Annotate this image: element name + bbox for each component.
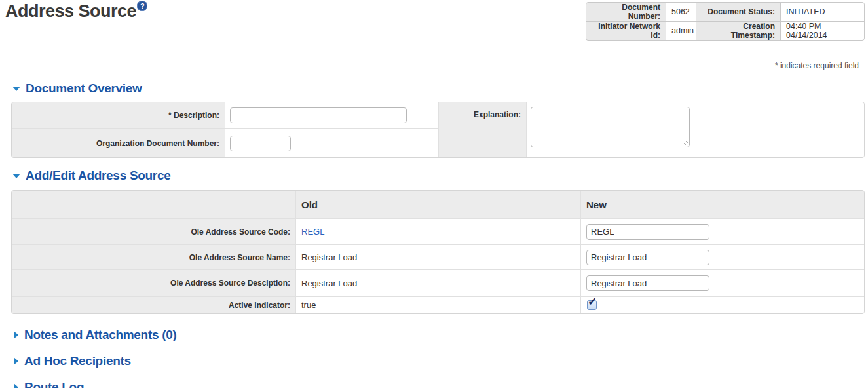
help-icon[interactable]: ? [137,1,147,11]
collapse-arrow-icon [12,87,20,91]
initiator-network-id-label: Initiator Network Id: [586,22,666,40]
explanation-textarea[interactable] [531,107,690,147]
active-indicator-label: Active Indicator: [12,297,295,313]
document-status-value: INITIATED [781,3,864,21]
ole-address-source-name-label: Ole Address Source Name: [12,245,295,269]
expand-arrow-icon [14,331,18,339]
document-header-table: Document Number: 5062 Document Status: I… [586,2,865,41]
ole-address-source-code-label: Ole Address Source Code: [12,219,295,244]
ole-address-source-desciption-input[interactable] [586,275,709,291]
description-label: * Description: [12,102,225,128]
page-header: Address Source? Document Number: 5062 Do… [0,0,868,39]
section-header-notes-and-attachments[interactable]: Notes and Attachments (0) [11,328,868,342]
column-header-old: Old [296,191,580,218]
section-title: Add/Edit Address Source [26,168,171,183]
page-title-text: Address Source [5,1,136,21]
ole-address-source-code-old-link[interactable]: REGL [301,227,324,237]
ole-address-source-name-input[interactable] [586,250,709,265]
required-field-note: * indicates required field [0,61,868,70]
organization-document-number-input[interactable] [230,136,291,151]
add-edit-address-source-table: Old New Ole Address Source Code: REGL Ol… [11,190,865,314]
checkmark-icon: ✓ [588,296,597,307]
ole-address-source-code-input[interactable] [586,224,709,240]
section-title: Route Log [24,380,84,388]
initiator-network-id-value: admin [666,22,696,40]
section-title: Document Overview [26,81,142,96]
active-indicator-checkbox[interactable]: ✓ [587,300,597,310]
explanation-label: Explanation: [439,102,526,157]
description-input[interactable] [230,107,407,123]
organization-document-number-label: Organization Document Number: [12,129,225,157]
column-header-empty [12,191,295,218]
section-title: Notes and Attachments (0) [24,328,177,342]
ole-address-source-desciption-label: Ole Address Source Desciption: [12,270,295,296]
address-source-document-page: Address Source? Document Number: 5062 Do… [0,0,868,388]
description-cell [225,102,438,128]
creation-timestamp-value: 04:40 PM 04/14/2014 [781,22,864,40]
section-header-add-edit-address-source[interactable]: Add/Edit Address Source [11,168,868,183]
column-header-new: New [581,191,864,218]
ole-address-source-desciption-old-value: Registrar Load [296,270,580,296]
creation-timestamp-label: Creation Timestamp: [696,22,780,40]
explanation-textarea-wrap [531,107,690,147]
expand-arrow-icon [14,383,18,388]
section-header-document-overview[interactable]: Document Overview [11,81,868,96]
ole-address-source-code-old-cell: REGL [296,219,580,244]
ole-address-source-code-new-cell [581,219,864,244]
document-status-label: Document Status: [696,3,780,21]
document-number-value: 5062 [666,3,696,21]
page-title: Address Source? [5,1,147,22]
ole-address-source-name-old-value: Registrar Load [296,245,580,269]
document-number-label: Document Number: [586,3,666,21]
active-indicator-old-value: true [296,297,580,313]
expand-arrow-icon [14,357,18,365]
document-overview-table: * Description: Explanation: Organization… [11,102,865,158]
ole-address-source-desciption-new-cell [581,270,864,296]
active-indicator-new-cell: ✓ [581,297,864,313]
collapse-arrow-icon [12,174,20,178]
section-title: Ad Hoc Recipients [24,354,131,368]
section-header-route-log[interactable]: Route Log [11,380,868,388]
organization-document-number-cell [225,129,438,157]
explanation-cell [527,102,864,157]
section-header-ad-hoc-recipients[interactable]: Ad Hoc Recipients [11,354,868,368]
ole-address-source-name-new-cell [581,245,864,269]
